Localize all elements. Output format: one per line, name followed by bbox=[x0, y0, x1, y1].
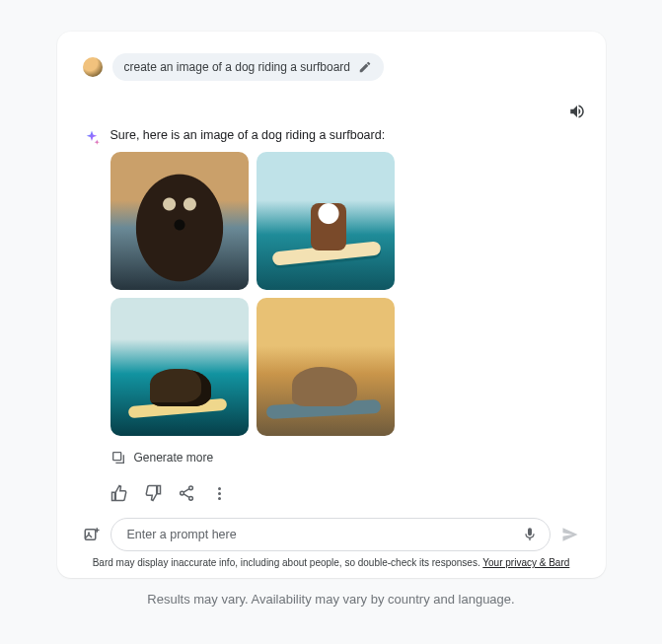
thumbs-down-icon[interactable] bbox=[144, 484, 162, 502]
user-prompt-pill[interactable]: create an image of a dog riding a surfbo… bbox=[112, 53, 384, 81]
speaker-icon[interactable] bbox=[568, 103, 586, 120]
svg-point-3 bbox=[188, 496, 192, 500]
svg-rect-0 bbox=[112, 453, 120, 461]
disclaimer-text: Bard may display inaccurate info, includ… bbox=[93, 557, 483, 568]
sparkle-icon bbox=[83, 129, 101, 147]
image-grid bbox=[110, 152, 580, 436]
microphone-icon[interactable] bbox=[522, 527, 538, 542]
privacy-link[interactable]: Your privacy & Bard bbox=[482, 557, 569, 568]
svg-rect-4 bbox=[85, 530, 96, 540]
edit-icon[interactable] bbox=[358, 60, 372, 74]
assistant-body: Sure, here is an image of a dog riding a… bbox=[110, 128, 580, 508]
user-row: create an image of a dog riding a surfbo… bbox=[83, 53, 580, 81]
thumbs-up-icon[interactable] bbox=[110, 484, 128, 502]
add-image-icon[interactable] bbox=[83, 526, 101, 543]
svg-point-1 bbox=[188, 486, 192, 490]
composer-row: Enter a prompt here bbox=[83, 518, 580, 551]
generate-more-label: Generate more bbox=[134, 451, 214, 465]
generate-more-button[interactable]: Generate more bbox=[110, 450, 214, 465]
generate-more-icon bbox=[110, 450, 126, 465]
chat-card: create an image of a dog riding a surfbo… bbox=[57, 32, 606, 578]
user-prompt-text: create an image of a dog riding a surfbo… bbox=[124, 60, 350, 74]
assistant-row: Sure, here is an image of a dog riding a… bbox=[83, 128, 580, 508]
footer-note: Results may vary. Availability may vary … bbox=[0, 592, 662, 607]
generated-image-2[interactable] bbox=[257, 152, 395, 290]
generated-image-3[interactable] bbox=[110, 298, 249, 436]
prompt-input[interactable]: Enter a prompt here bbox=[110, 518, 551, 551]
send-icon[interactable] bbox=[560, 525, 580, 544]
assistant-intro-text: Sure, here is an image of a dog riding a… bbox=[110, 128, 580, 142]
user-avatar bbox=[83, 57, 103, 77]
generated-image-1[interactable] bbox=[110, 152, 249, 290]
disclaimer: Bard may display inaccurate info, includ… bbox=[83, 557, 580, 568]
more-options-icon[interactable] bbox=[211, 484, 229, 502]
svg-point-2 bbox=[180, 491, 184, 495]
prompt-placeholder: Enter a prompt here bbox=[127, 528, 237, 541]
generated-image-4[interactable] bbox=[257, 298, 395, 436]
share-icon[interactable] bbox=[178, 484, 195, 502]
response-actions bbox=[110, 484, 580, 502]
